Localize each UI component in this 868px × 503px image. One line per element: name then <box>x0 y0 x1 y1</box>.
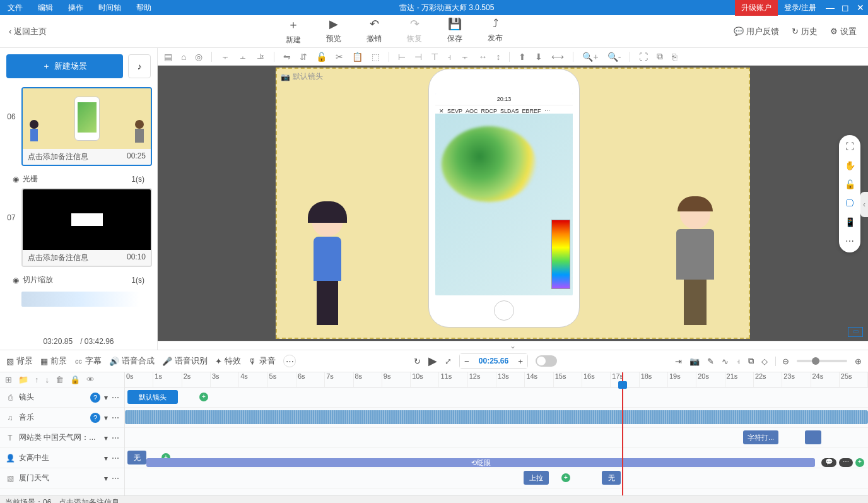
playhead[interactable] <box>622 372 623 495</box>
lock-icon[interactable]: 🔓 <box>845 179 855 189</box>
zoom-in-timeline[interactable]: ⊕ <box>855 357 862 366</box>
character-track[interactable]: 无 + ⟲ 眨眼 💬 ⋯ + <box>125 448 868 468</box>
effect-name[interactable]: 光栅 <box>23 174 38 184</box>
menu-edit[interactable]: 编辑 <box>30 0 61 16</box>
snap-toggle[interactable] <box>536 355 557 367</box>
save-button[interactable]: 💾保存 <box>447 17 462 45</box>
none-clip[interactable]: 无 <box>127 451 146 465</box>
distribute-h-icon[interactable]: ⫞ <box>447 52 452 62</box>
down-icon[interactable]: ↓ <box>45 375 50 384</box>
align-bottom-icon[interactable]: ⫡ <box>256 52 265 62</box>
time-minus-button[interactable]: − <box>460 354 474 368</box>
chevron-down-icon[interactable]: ▾ <box>104 434 108 442</box>
bring-front-icon[interactable]: ⬆ <box>519 52 526 62</box>
track-head-weather[interactable]: ▧厦门天气▾⋯ <box>0 468 124 488</box>
subtitle-button[interactable]: ㏄字幕 <box>74 355 102 367</box>
menu-file[interactable]: 文件 <box>0 0 30 16</box>
canvas-area[interactable]: 📷 默认镜头 20:13 ✕ SEVP_AOC_RDCP_SLDAS_EBREF… <box>158 66 868 341</box>
scene-note[interactable]: 点击添加备注信息 <box>28 151 88 162</box>
new-button[interactable]: ＋新建 <box>286 17 301 45</box>
spacing-h-icon[interactable]: ↔ <box>478 52 487 62</box>
play-effect-icon[interactable]: ◉ <box>13 276 19 285</box>
edit-icon[interactable]: ✎ <box>707 357 714 366</box>
distribute-v-icon[interactable]: ⫟ <box>460 52 469 62</box>
undo-button[interactable]: ↶撤销 <box>367 17 382 45</box>
hand-icon[interactable]: ✋ <box>845 160 855 170</box>
keyframe-in-icon[interactable]: ⇥ <box>675 357 682 366</box>
text-clip-out[interactable] <box>805 430 821 444</box>
help-icon[interactable]: ? <box>90 393 100 403</box>
scene-thumbnail-partial[interactable] <box>21 292 139 307</box>
fullscreen-icon[interactable]: ⛶ <box>845 141 854 151</box>
scene-note[interactable]: 点击添加备注信息 <box>28 252 88 263</box>
chevron-down-icon[interactable]: ▾ <box>104 393 108 402</box>
new-scene-button[interactable]: ＋ 新建场景 <box>6 54 123 78</box>
zoom-out-timeline[interactable]: ⊖ <box>775 357 789 366</box>
feedback-button[interactable]: 💬用户反馈 <box>734 26 779 37</box>
more-icon[interactable]: ⋯ <box>112 454 119 463</box>
track-head-camera[interactable]: ⎙镜头?▾⋯ <box>0 388 124 408</box>
visibility-icon[interactable]: 👁 <box>86 375 95 384</box>
scene-card-07[interactable]: 点击添加备注信息 00:10 <box>21 188 152 267</box>
spacing-icon[interactable]: ⟷ <box>551 52 564 62</box>
copy-icon[interactable]: ⧉ <box>657 51 663 62</box>
add-keyframe-button[interactable]: + <box>199 393 208 401</box>
align-center-icon[interactable]: ⊣ <box>414 52 422 62</box>
add-keyframe-button[interactable]: + <box>561 473 570 482</box>
zoom-in-icon[interactable]: 🔍+ <box>582 52 598 62</box>
more-icon[interactable]: ⋯ <box>112 434 119 442</box>
lock-icon[interactable]: 🔓 <box>316 52 327 62</box>
play-effect-icon[interactable]: ◉ <box>13 175 19 184</box>
up-icon[interactable]: ↑ <box>35 375 39 384</box>
zoom-slider[interactable] <box>797 360 847 362</box>
target-icon[interactable]: ◎ <box>195 52 202 62</box>
track-head-character[interactable]: 👤女高中生▾⋯ <box>0 448 124 468</box>
track-head-music[interactable]: ♫音乐?▾⋯ <box>0 408 124 428</box>
add-icon[interactable]: + <box>855 458 864 467</box>
zoom-out-icon[interactable]: 🔍- <box>607 52 621 62</box>
track-head-text[interactable]: T网站类 中国天气网：...▾⋯ <box>0 428 124 448</box>
flip-v-icon[interactable]: ⇵ <box>300 52 307 62</box>
effect-name[interactable]: 切片缩放 <box>23 275 53 285</box>
crop-icon[interactable]: ⬚ <box>372 52 380 62</box>
mobile-icon[interactable]: 📱 <box>845 217 855 227</box>
wave-icon[interactable]: ∿ <box>722 357 729 366</box>
more-icon[interactable]: ⋯ <box>112 474 119 483</box>
publish-button[interactable]: ⤴发布 <box>488 17 503 45</box>
record-button[interactable]: 🎙录音 <box>249 355 276 367</box>
more-icon[interactable]: ⋯ <box>112 413 119 422</box>
preview-button[interactable]: ▶预览 <box>326 17 341 45</box>
keyframe-icon[interactable]: ◇ <box>761 357 768 366</box>
pullup-clip[interactable]: 上拉 <box>524 471 549 485</box>
link-icon[interactable]: ⧉ <box>748 356 754 366</box>
rewind-button[interactable]: ↻ <box>414 357 421 366</box>
flip-h-icon[interactable]: ⇋ <box>283 52 291 62</box>
camera-icon[interactable]: 📷 <box>689 357 700 366</box>
trash-icon[interactable]: 🗑 <box>56 375 64 384</box>
chevron-down-icon[interactable]: ▾ <box>104 413 108 422</box>
blink-clip[interactable]: ⟲ 眨眼 <box>146 458 815 467</box>
maximize-button[interactable]: ◻ <box>838 3 853 13</box>
help-icon[interactable]: ? <box>90 413 100 423</box>
aspect-icon[interactable]: ▭ <box>848 327 863 337</box>
character-girl[interactable] <box>302 205 353 331</box>
play-button[interactable]: ▶ <box>428 354 437 368</box>
folder-icon[interactable]: 📁 <box>18 375 28 384</box>
filter-icon[interactable]: ⫞ <box>736 357 741 366</box>
more-button[interactable]: ⋯ <box>283 355 296 367</box>
lock-track-icon[interactable]: 🔒 <box>70 375 80 384</box>
menu-timeline[interactable]: 时间轴 <box>91 0 129 16</box>
align-top-icon[interactable]: ⫟ <box>221 52 230 62</box>
paste-icon[interactable]: ⎘ <box>672 52 677 62</box>
panel-expand-icon[interactable]: ‹ <box>860 192 868 217</box>
weather-track[interactable]: 上拉 + 无 <box>125 468 868 488</box>
chat-icon[interactable]: 💬 <box>821 458 836 467</box>
fit-icon[interactable]: ⛶ <box>639 52 648 62</box>
background-button[interactable]: ▧背景 <box>6 355 33 367</box>
more-icon[interactable]: ⋯ <box>845 236 854 246</box>
clipboard-icon[interactable]: 📋 <box>352 52 363 62</box>
scene-card-06[interactable]: 点击添加备注信息 00:25 <box>21 87 152 166</box>
close-button[interactable]: ✕ <box>853 3 868 13</box>
layers-icon[interactable]: ▤ <box>164 52 172 62</box>
monitor-icon[interactable]: 🖵 <box>845 198 854 208</box>
